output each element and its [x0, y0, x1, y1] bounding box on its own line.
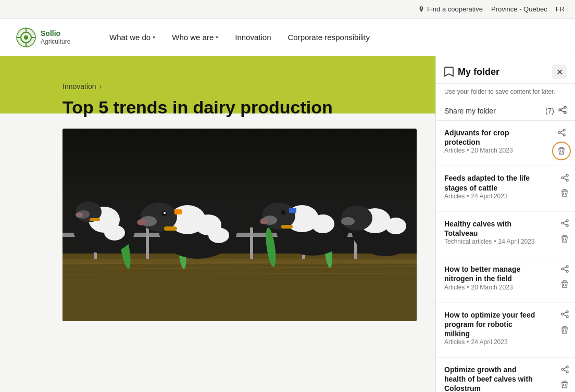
svg-point-2 — [24, 35, 28, 40]
svg-point-80 — [561, 222, 563, 224]
folder-item: Feeds adapted to the life stages of catt… — [436, 166, 575, 211]
svg-line-74 — [563, 178, 566, 180]
svg-point-72 — [561, 177, 563, 179]
logo-subtitle: Agriculture — [41, 38, 70, 45]
svg-line-105 — [563, 367, 566, 369]
svg-rect-40 — [164, 226, 177, 231]
folder-item-meta: Articles•20 March 2023 — [444, 284, 544, 291]
language-toggle[interactable]: FR — [556, 5, 565, 13]
svg-point-103 — [566, 371, 568, 373]
svg-rect-56 — [63, 129, 417, 201]
folder-item-title: How to optimize your feed program for ro… — [444, 310, 540, 339]
svg-point-86 — [566, 265, 568, 268]
bookmark-icon — [444, 67, 454, 77]
svg-rect-41 — [174, 209, 182, 214]
share-item-button[interactable] — [558, 308, 571, 321]
svg-point-87 — [566, 270, 568, 272]
share-icon — [561, 265, 569, 273]
share-item-button[interactable] — [558, 217, 571, 230]
svg-rect-49 — [289, 208, 296, 213]
nav-corporate-responsibility[interactable]: Corporate responsibility — [288, 33, 370, 42]
svg-point-47 — [260, 218, 268, 224]
share-item-button[interactable] — [558, 363, 571, 375]
delete-item-button[interactable] — [558, 278, 571, 290]
share-label: Share my folder — [444, 107, 496, 115]
sollio-logo-icon — [16, 27, 36, 48]
svg-rect-15 — [146, 227, 149, 259]
share-item-button[interactable] — [555, 126, 568, 138]
svg-point-58 — [564, 111, 566, 113]
svg-point-95 — [566, 315, 568, 318]
share-count: (7) — [545, 106, 567, 116]
svg-point-62 — [563, 129, 565, 131]
delete-item-button[interactable] — [552, 142, 571, 160]
folder-item-meta: Articles•24 April 2023 — [444, 338, 544, 346]
svg-line-60 — [561, 108, 564, 109]
nav-innovation[interactable]: Innovation — [235, 33, 271, 42]
svg-rect-17 — [250, 227, 253, 259]
article-container: Innovation › Top 5 trends in dairy produ… — [63, 82, 427, 321]
find-cooperative-link[interactable]: Find a cooperative — [418, 5, 483, 13]
close-panel-button[interactable]: ✕ — [552, 65, 567, 79]
svg-rect-101 — [563, 326, 566, 328]
svg-point-71 — [566, 179, 568, 181]
share-row: Share my folder (7) — [436, 102, 575, 121]
chevron-down-icon: ▾ — [216, 34, 218, 40]
svg-line-81 — [563, 221, 566, 223]
svg-line-98 — [563, 314, 566, 316]
folder-item-meta: Articles•24 April 2023 — [444, 193, 544, 200]
article-hero-image — [63, 129, 417, 321]
svg-point-26 — [104, 225, 125, 241]
svg-line-82 — [563, 224, 566, 225]
svg-rect-93 — [563, 281, 566, 282]
folder-item-title: Healthy calves with Totalveau — [444, 219, 540, 238]
share-item-button[interactable] — [558, 262, 571, 275]
svg-point-104 — [561, 368, 563, 370]
svg-point-48 — [281, 210, 285, 214]
svg-rect-69 — [560, 147, 563, 149]
folder-item-meta: Articles•20 March 2023 — [444, 147, 544, 154]
folder-list: Adjuvants for crop protection Articles•2… — [436, 121, 575, 392]
svg-point-37 — [137, 219, 146, 225]
svg-point-63 — [563, 134, 565, 136]
chevron-down-icon: ▾ — [153, 34, 155, 40]
svg-rect-9 — [63, 259, 417, 264]
trash-icon — [561, 326, 568, 334]
svg-line-97 — [563, 312, 566, 314]
nav-what-we-do[interactable]: What we do ▾ — [109, 33, 155, 42]
panel-header: My folder ✕ — [436, 56, 575, 84]
trash-icon — [561, 280, 568, 288]
svg-rect-30 — [90, 218, 100, 221]
svg-point-79 — [566, 225, 568, 227]
svg-point-64 — [558, 131, 560, 133]
folder-item: Healthy calves with Totalveau Technical … — [436, 212, 575, 257]
province-selector[interactable]: Province - Quebec — [491, 5, 547, 13]
svg-line-66 — [560, 133, 563, 134]
panel-subtitle: Use your folder to save content for late… — [436, 84, 575, 102]
folder-item: How to better manage nitrogen in the fie… — [436, 257, 575, 302]
nav-who-we-are[interactable]: Who we are ▾ — [172, 33, 218, 42]
svg-point-96 — [561, 313, 563, 315]
panel-title: My folder — [458, 67, 499, 78]
delete-item-button[interactable] — [558, 378, 571, 391]
delete-item-button[interactable] — [558, 187, 571, 199]
delete-item-button[interactable] — [558, 233, 571, 245]
share-button[interactable] — [558, 106, 567, 116]
share-icon — [561, 310, 569, 318]
svg-point-88 — [561, 268, 563, 270]
folder-item-title: Optimize growth and health of beef calve… — [444, 365, 540, 392]
share-item-button[interactable] — [558, 171, 571, 184]
svg-line-106 — [563, 370, 566, 371]
svg-point-78 — [566, 220, 568, 222]
delete-item-button[interactable] — [558, 324, 571, 336]
svg-line-90 — [563, 269, 566, 271]
main-content: Innovation › Top 5 trends in dairy produ… — [0, 56, 435, 392]
folder-item-meta: Technical articles•24 April 2023 — [444, 238, 544, 245]
svg-line-65 — [560, 130, 563, 132]
svg-point-29 — [76, 212, 83, 218]
svg-point-102 — [566, 366, 568, 368]
breadcrumb: Innovation › — [63, 82, 427, 91]
logo-name: Sollio — [41, 29, 70, 38]
logo[interactable]: Sollio Agriculture — [16, 27, 89, 48]
folder-item-title: How to better manage nitrogen in the fie… — [444, 264, 540, 283]
